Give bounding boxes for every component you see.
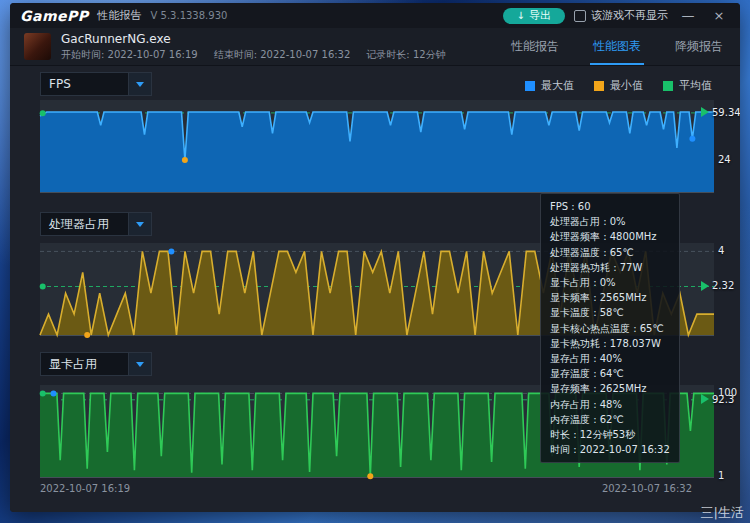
avg-value-label: 59.34 xyxy=(701,107,740,118)
tooltip-line: 显卡热功耗 : 178.037W xyxy=(550,336,670,351)
avg-arrow-icon xyxy=(701,281,709,291)
watermark: 三|生活 xyxy=(701,504,744,522)
tab-performance-report[interactable]: 性能报告 xyxy=(494,28,576,65)
tooltip-line: 显卡频率 : 2565MHz xyxy=(550,290,670,305)
export-button[interactable]: ↓ 导出 xyxy=(503,8,565,24)
tooltip-line: 显存频率 : 2625MHz xyxy=(550,381,670,396)
start-time-label: 开始时间: 2022-10-07 16:19 xyxy=(61,48,198,62)
avg-value-label: 2.32 xyxy=(701,280,734,291)
axis-end-time: 2022-10-07 16:32 xyxy=(602,483,692,494)
chevron-down-icon xyxy=(136,82,144,87)
tooltip-line: 处理器温度 : 65℃ xyxy=(550,245,670,260)
tooltip-line: 内存占用 : 48% xyxy=(550,397,670,412)
report-header: GacRunnerNG.exe 开始时间: 2022-10-07 16:19 结… xyxy=(10,28,740,66)
tooltip-line: 显存占用 : 40% xyxy=(550,351,670,366)
axis-value-label: 1 xyxy=(718,470,724,481)
metric-selector-cpu-label: 处理器占用 xyxy=(41,213,128,235)
app-logo: GamePP xyxy=(20,8,89,24)
axis-start-time: 2022-10-07 16:19 xyxy=(40,483,130,494)
metric-selector-cpu[interactable]: 处理器占用 xyxy=(40,212,152,236)
max-swatch-icon xyxy=(525,81,535,91)
legend-item-avg: 平均值 xyxy=(663,78,712,93)
chevron-down-icon xyxy=(136,362,144,367)
hide-game-toggle[interactable]: 该游戏不再显示 xyxy=(574,8,668,23)
tooltip-line: 处理器占用 : 0% xyxy=(550,214,670,229)
legend-item-max: 最大值 xyxy=(525,78,574,93)
tooltip-line: 内存温度 : 62℃ xyxy=(550,412,670,427)
legend-avg-label: 平均值 xyxy=(679,78,712,93)
game-icon xyxy=(24,33,51,60)
end-time-label: 结束时间: 2022-10-07 16:32 xyxy=(214,48,351,62)
tooltip-line: 时间 : 2022-10-07 16:32 xyxy=(550,442,670,457)
min-swatch-icon xyxy=(594,81,604,91)
download-icon: ↓ xyxy=(517,8,525,24)
tooltip-line: 处理器频率 : 4800MHz xyxy=(550,229,670,244)
tab-performance-charts[interactable]: 性能图表 xyxy=(576,28,658,65)
metric-selector-gpu-label: 显卡占用 xyxy=(41,353,128,375)
avg-arrow-icon xyxy=(701,107,709,117)
dropdown-button[interactable] xyxy=(128,73,151,95)
hide-game-label: 该游戏不再显示 xyxy=(591,8,668,23)
tooltip-line: 显卡核心热点温度 : 65℃ xyxy=(550,321,670,336)
dropdown-button[interactable] xyxy=(128,213,151,235)
checkbox-icon[interactable] xyxy=(574,10,586,22)
avg-value-label: 92.3 xyxy=(701,394,734,405)
legend-max-label: 最大值 xyxy=(541,78,574,93)
process-name: GacRunnerNG.exe xyxy=(61,32,446,46)
metric-selector-gpu[interactable]: 显卡占用 xyxy=(40,352,152,376)
report-tabs: 性能报告 性能图表 降频报告 xyxy=(494,28,740,65)
tooltip-line: 显卡温度 : 58℃ xyxy=(550,305,670,320)
close-button[interactable]: × xyxy=(708,8,730,23)
legend-item-min: 最小值 xyxy=(594,78,643,93)
chart-legend: 最大值 最小值 平均值 xyxy=(525,78,712,93)
title-bar: GamePP 性能报告 V 5.3.1338.930 ↓ 导出 该游戏不再显示 … xyxy=(10,3,740,28)
axis-value-label: 4 xyxy=(718,245,724,256)
chevron-down-icon xyxy=(136,222,144,227)
legend-min-label: 最小值 xyxy=(610,78,643,93)
tooltip-line: 时长 : 12分钟53秒 xyxy=(550,427,670,442)
dropdown-button[interactable] xyxy=(128,353,151,375)
minimize-button[interactable]: — xyxy=(677,8,699,23)
axis-value-label: 24 xyxy=(718,154,731,165)
avg-swatch-icon xyxy=(663,81,673,91)
window-title: 性能报告 xyxy=(98,8,142,23)
tooltip-line: 处理器热功耗 : 77W xyxy=(550,260,670,275)
charts-panel: 最大值 最小值 平均值 FPS 59.3424 处理器占用 42.32 显卡占用… xyxy=(10,66,740,512)
app-window: GamePP 性能报告 V 5.3.1338.930 ↓ 导出 该游戏不再显示 … xyxy=(10,3,740,512)
export-button-label: 导出 xyxy=(529,8,551,24)
avg-arrow-icon xyxy=(701,394,709,404)
tooltip-line: 显卡占用 : 0% xyxy=(550,275,670,290)
tooltip: FPS : 60处理器占用 : 0%处理器频率 : 4800MHz处理器温度 :… xyxy=(540,193,680,463)
duration-label: 记录时长: 12分钟 xyxy=(366,48,445,62)
tooltip-line: FPS : 60 xyxy=(550,199,670,214)
tooltip-line: 显存温度 : 64℃ xyxy=(550,366,670,381)
tab-throttle-report[interactable]: 降频报告 xyxy=(658,28,740,65)
metric-selector-fps-label: FPS xyxy=(41,73,128,95)
metric-selector-fps[interactable]: FPS xyxy=(40,72,152,96)
fps-chart[interactable]: 59.3424 xyxy=(40,100,714,193)
app-version: V 5.3.1338.930 xyxy=(151,10,228,21)
